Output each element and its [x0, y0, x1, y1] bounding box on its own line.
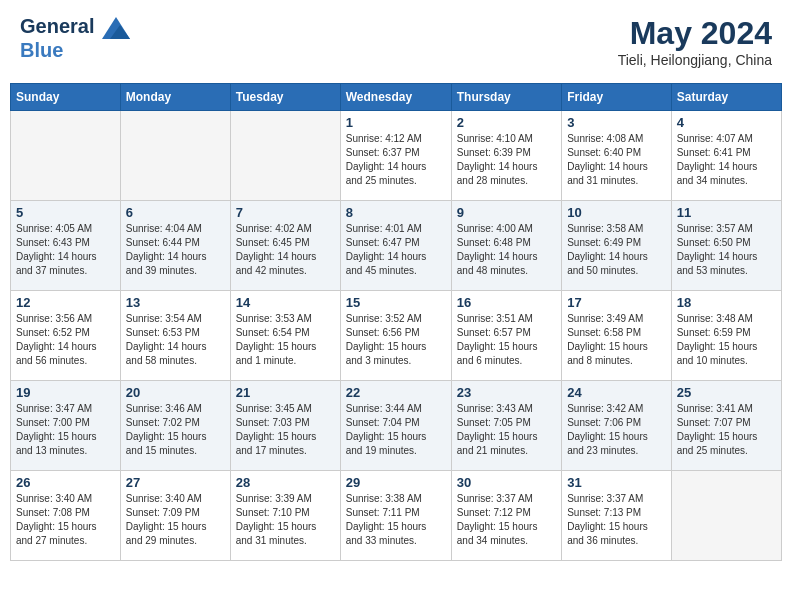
day-info: Sunrise: 3:42 AMSunset: 7:06 PMDaylight:…	[567, 402, 666, 458]
day-info: Sunrise: 3:51 AMSunset: 6:57 PMDaylight:…	[457, 312, 556, 368]
day-info: Sunrise: 3:40 AMSunset: 7:08 PMDaylight:…	[16, 492, 115, 548]
calendar-week-2: 5Sunrise: 4:05 AMSunset: 6:43 PMDaylight…	[11, 201, 782, 291]
day-number: 15	[346, 295, 446, 310]
day-info: Sunrise: 3:58 AMSunset: 6:49 PMDaylight:…	[567, 222, 666, 278]
day-info: Sunrise: 3:49 AMSunset: 6:58 PMDaylight:…	[567, 312, 666, 368]
day-number: 7	[236, 205, 335, 220]
day-info: Sunrise: 3:47 AMSunset: 7:00 PMDaylight:…	[16, 402, 115, 458]
calendar-cell: 16Sunrise: 3:51 AMSunset: 6:57 PMDayligh…	[451, 291, 561, 381]
day-info: Sunrise: 3:52 AMSunset: 6:56 PMDaylight:…	[346, 312, 446, 368]
day-number: 17	[567, 295, 666, 310]
day-info: Sunrise: 3:56 AMSunset: 6:52 PMDaylight:…	[16, 312, 115, 368]
logo-blue: Blue	[20, 39, 130, 61]
day-info: Sunrise: 3:44 AMSunset: 7:04 PMDaylight:…	[346, 402, 446, 458]
calendar-cell: 4Sunrise: 4:07 AMSunset: 6:41 PMDaylight…	[671, 111, 781, 201]
day-number: 19	[16, 385, 115, 400]
day-number: 26	[16, 475, 115, 490]
location: Tieli, Heilongjiang, China	[618, 52, 772, 68]
calendar-cell: 10Sunrise: 3:58 AMSunset: 6:49 PMDayligh…	[562, 201, 672, 291]
calendar-cell: 2Sunrise: 4:10 AMSunset: 6:39 PMDaylight…	[451, 111, 561, 201]
calendar-cell: 24Sunrise: 3:42 AMSunset: 7:06 PMDayligh…	[562, 381, 672, 471]
calendar-cell: 20Sunrise: 3:46 AMSunset: 7:02 PMDayligh…	[120, 381, 230, 471]
day-number: 20	[126, 385, 225, 400]
calendar-cell: 29Sunrise: 3:38 AMSunset: 7:11 PMDayligh…	[340, 471, 451, 561]
day-number: 13	[126, 295, 225, 310]
day-number: 23	[457, 385, 556, 400]
day-info: Sunrise: 3:57 AMSunset: 6:50 PMDaylight:…	[677, 222, 776, 278]
calendar-cell: 14Sunrise: 3:53 AMSunset: 6:54 PMDayligh…	[230, 291, 340, 381]
weekday-header-tuesday: Tuesday	[230, 84, 340, 111]
calendar-cell: 25Sunrise: 3:41 AMSunset: 7:07 PMDayligh…	[671, 381, 781, 471]
calendar-cell: 21Sunrise: 3:45 AMSunset: 7:03 PMDayligh…	[230, 381, 340, 471]
calendar-cell: 5Sunrise: 4:05 AMSunset: 6:43 PMDaylight…	[11, 201, 121, 291]
day-info: Sunrise: 3:40 AMSunset: 7:09 PMDaylight:…	[126, 492, 225, 548]
weekday-header-friday: Friday	[562, 84, 672, 111]
day-number: 28	[236, 475, 335, 490]
calendar-cell: 15Sunrise: 3:52 AMSunset: 6:56 PMDayligh…	[340, 291, 451, 381]
day-info: Sunrise: 3:38 AMSunset: 7:11 PMDaylight:…	[346, 492, 446, 548]
calendar-cell: 23Sunrise: 3:43 AMSunset: 7:05 PMDayligh…	[451, 381, 561, 471]
day-number: 3	[567, 115, 666, 130]
day-info: Sunrise: 3:45 AMSunset: 7:03 PMDaylight:…	[236, 402, 335, 458]
day-number: 1	[346, 115, 446, 130]
day-info: Sunrise: 4:07 AMSunset: 6:41 PMDaylight:…	[677, 132, 776, 188]
calendar-cell: 27Sunrise: 3:40 AMSunset: 7:09 PMDayligh…	[120, 471, 230, 561]
logo-text: General	[20, 15, 130, 39]
calendar-cell: 13Sunrise: 3:54 AMSunset: 6:53 PMDayligh…	[120, 291, 230, 381]
day-number: 2	[457, 115, 556, 130]
day-info: Sunrise: 4:08 AMSunset: 6:40 PMDaylight:…	[567, 132, 666, 188]
month-title: May 2024	[618, 15, 772, 52]
calendar-cell: 30Sunrise: 3:37 AMSunset: 7:12 PMDayligh…	[451, 471, 561, 561]
calendar-cell: 17Sunrise: 3:49 AMSunset: 6:58 PMDayligh…	[562, 291, 672, 381]
day-info: Sunrise: 3:48 AMSunset: 6:59 PMDaylight:…	[677, 312, 776, 368]
calendar-cell: 9Sunrise: 4:00 AMSunset: 6:48 PMDaylight…	[451, 201, 561, 291]
day-number: 22	[346, 385, 446, 400]
weekday-header-saturday: Saturday	[671, 84, 781, 111]
calendar-cell: 6Sunrise: 4:04 AMSunset: 6:44 PMDaylight…	[120, 201, 230, 291]
day-number: 12	[16, 295, 115, 310]
calendar-week-5: 26Sunrise: 3:40 AMSunset: 7:08 PMDayligh…	[11, 471, 782, 561]
logo: General Blue	[20, 15, 130, 61]
day-number: 11	[677, 205, 776, 220]
day-info: Sunrise: 4:02 AMSunset: 6:45 PMDaylight:…	[236, 222, 335, 278]
weekday-header-row: SundayMondayTuesdayWednesdayThursdayFrid…	[11, 84, 782, 111]
calendar-cell: 8Sunrise: 4:01 AMSunset: 6:47 PMDaylight…	[340, 201, 451, 291]
day-number: 25	[677, 385, 776, 400]
day-info: Sunrise: 3:37 AMSunset: 7:13 PMDaylight:…	[567, 492, 666, 548]
day-number: 9	[457, 205, 556, 220]
calendar-cell: 3Sunrise: 4:08 AMSunset: 6:40 PMDaylight…	[562, 111, 672, 201]
day-number: 14	[236, 295, 335, 310]
day-number: 18	[677, 295, 776, 310]
day-info: Sunrise: 3:54 AMSunset: 6:53 PMDaylight:…	[126, 312, 225, 368]
calendar-cell: 1Sunrise: 4:12 AMSunset: 6:37 PMDaylight…	[340, 111, 451, 201]
weekday-header-wednesday: Wednesday	[340, 84, 451, 111]
calendar-cell: 22Sunrise: 3:44 AMSunset: 7:04 PMDayligh…	[340, 381, 451, 471]
day-number: 30	[457, 475, 556, 490]
calendar-week-4: 19Sunrise: 3:47 AMSunset: 7:00 PMDayligh…	[11, 381, 782, 471]
day-info: Sunrise: 3:41 AMSunset: 7:07 PMDaylight:…	[677, 402, 776, 458]
day-info: Sunrise: 3:37 AMSunset: 7:12 PMDaylight:…	[457, 492, 556, 548]
calendar-cell: 28Sunrise: 3:39 AMSunset: 7:10 PMDayligh…	[230, 471, 340, 561]
day-number: 4	[677, 115, 776, 130]
calendar-cell: 12Sunrise: 3:56 AMSunset: 6:52 PMDayligh…	[11, 291, 121, 381]
day-info: Sunrise: 3:53 AMSunset: 6:54 PMDaylight:…	[236, 312, 335, 368]
calendar-cell: 7Sunrise: 4:02 AMSunset: 6:45 PMDaylight…	[230, 201, 340, 291]
calendar-cell	[671, 471, 781, 561]
calendar-cell: 11Sunrise: 3:57 AMSunset: 6:50 PMDayligh…	[671, 201, 781, 291]
day-info: Sunrise: 4:04 AMSunset: 6:44 PMDaylight:…	[126, 222, 225, 278]
day-info: Sunrise: 3:46 AMSunset: 7:02 PMDaylight:…	[126, 402, 225, 458]
day-info: Sunrise: 4:10 AMSunset: 6:39 PMDaylight:…	[457, 132, 556, 188]
page-header: General Blue May 2024 Tieli, Heilongjian…	[10, 10, 782, 73]
calendar-cell: 26Sunrise: 3:40 AMSunset: 7:08 PMDayligh…	[11, 471, 121, 561]
day-info: Sunrise: 4:12 AMSunset: 6:37 PMDaylight:…	[346, 132, 446, 188]
calendar-table: SundayMondayTuesdayWednesdayThursdayFrid…	[10, 83, 782, 561]
day-info: Sunrise: 4:05 AMSunset: 6:43 PMDaylight:…	[16, 222, 115, 278]
logo-icon	[102, 17, 130, 39]
day-number: 21	[236, 385, 335, 400]
weekday-header-sunday: Sunday	[11, 84, 121, 111]
day-number: 31	[567, 475, 666, 490]
day-info: Sunrise: 4:01 AMSunset: 6:47 PMDaylight:…	[346, 222, 446, 278]
weekday-header-thursday: Thursday	[451, 84, 561, 111]
day-info: Sunrise: 3:39 AMSunset: 7:10 PMDaylight:…	[236, 492, 335, 548]
calendar-cell: 31Sunrise: 3:37 AMSunset: 7:13 PMDayligh…	[562, 471, 672, 561]
